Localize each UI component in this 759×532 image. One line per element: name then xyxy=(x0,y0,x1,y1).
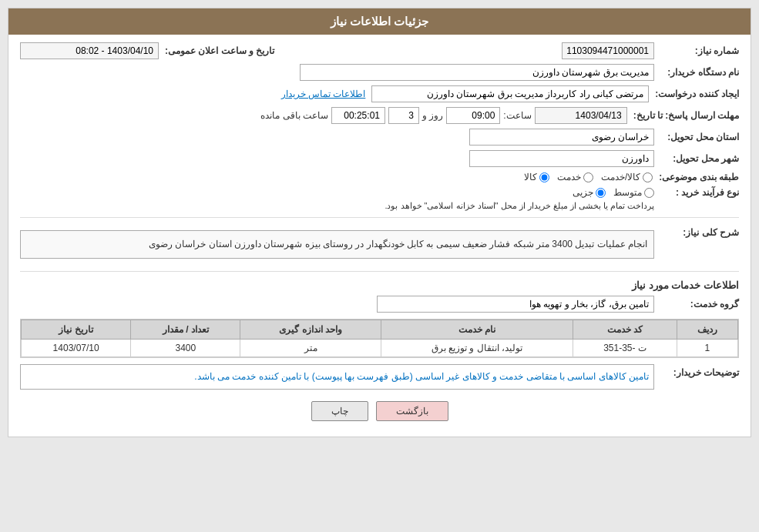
request-number-label: شماره نیاز: xyxy=(654,45,739,56)
response-remaining-label: ساعت باقی مانده xyxy=(257,110,331,121)
button-row: بازگشت چاپ xyxy=(20,401,739,421)
services-table-container: ردیف کد خدمت نام خدمت واحد اندازه گیری ت… xyxy=(20,319,739,358)
response-remaining-input xyxy=(331,107,385,124)
purchase-jozee-label: جزیی xyxy=(573,187,593,198)
creator-input xyxy=(371,85,649,102)
province-label: استان محل تحویل: xyxy=(654,132,739,142)
response-time-label: ساعت: xyxy=(500,110,534,121)
category-kala-option[interactable]: کالا xyxy=(524,172,549,182)
creator-label: ایجاد کننده درخواست: xyxy=(649,89,739,99)
category-label: طبقه بندی موضوعی: xyxy=(653,172,739,182)
general-description: انجام عملیات تبدیل 3400 متر شبکه فشار ضع… xyxy=(20,230,654,259)
category-kala-label: کالا xyxy=(524,172,537,182)
table-cell-name: تولید، انتقال و توزیع برق xyxy=(381,340,573,357)
category-kala-khedmat-option[interactable]: کالا/خدمت xyxy=(601,172,653,182)
table-cell-date: 1403/07/10 xyxy=(22,340,131,357)
col-name: نام خدمت xyxy=(381,320,573,340)
service-group-input xyxy=(377,296,654,313)
col-qty: تعداد / مقدار xyxy=(131,320,240,340)
col-date: تاریخ نیاز xyxy=(22,320,131,340)
col-code: کد خدمت xyxy=(573,320,677,340)
purchase-motavasset-option[interactable]: متوسط xyxy=(613,187,654,198)
table-cell-code: ت -35-351 xyxy=(573,340,677,357)
date-input xyxy=(20,42,159,59)
table-cell-unit: متر xyxy=(240,340,381,357)
date-label: تاریخ و ساعت اعلان عمومی: xyxy=(159,45,274,56)
buyer-notes-row: توضیحات خریدار: تامین کالاهای اساسی با م… xyxy=(20,364,739,390)
buyer-org-input xyxy=(300,64,654,81)
category-khedmat-option[interactable]: خدمت xyxy=(557,172,593,182)
city-label: شهر محل تحویل: xyxy=(654,153,739,164)
buyer-notes-box: تامین کالاهای اساسی با متقاضی خدمت و کال… xyxy=(20,364,654,390)
purchase-jozee-option[interactable]: جزیی xyxy=(573,187,606,198)
response-date-input xyxy=(535,107,627,124)
col-unit: واحد اندازه گیری xyxy=(240,320,381,340)
page-title: جزئیات اطلاعات نیاز xyxy=(331,15,428,28)
response-days-label: روز و xyxy=(419,110,446,121)
back-button[interactable]: بازگشت xyxy=(376,401,448,421)
print-button[interactable]: چاپ xyxy=(311,401,368,421)
services-table: ردیف کد خدمت نام خدمت واحد اندازه گیری ت… xyxy=(21,320,738,357)
col-row: ردیف xyxy=(677,320,737,340)
response-time-input xyxy=(446,107,500,124)
request-number-input xyxy=(562,42,654,59)
buyer-notes-text: تامین کالاهای اساسی با متقاضی خدمت و کال… xyxy=(194,371,649,382)
buyer-org-label: نام دستگاه خریدار: xyxy=(654,67,739,78)
purchase-motavasset-label: متوسط xyxy=(613,187,642,198)
table-row: 1ت -35-351تولید، انتقال و توزیع برقمتر34… xyxy=(22,340,738,357)
province-input xyxy=(469,129,654,146)
buyer-contact-link[interactable]: اطلاعات تماس خریدار xyxy=(281,89,366,99)
service-group-label: گروه خدمت: xyxy=(654,299,739,309)
buyer-notes-label: توضیحات خریدار: xyxy=(654,364,739,378)
general-description-label: شرح کلی نیاز: xyxy=(654,224,739,238)
response-deadline-label: مهلت ارسال پاسخ: تا تاریخ: xyxy=(627,110,739,121)
table-cell-quantity: 3400 xyxy=(131,340,240,357)
category-khedmat-label: خدمت xyxy=(557,172,581,182)
services-info-header: اطلاعات خدمات مورد نیاز xyxy=(20,279,739,291)
purchase-note: پرداخت تمام یا بخشی از مبلغ خریدار از مح… xyxy=(385,201,654,210)
table-cell-row: 1 xyxy=(677,340,737,357)
city-input xyxy=(469,150,654,167)
response-days-input xyxy=(388,107,419,124)
category-kala-khedmat-label: کالا/خدمت xyxy=(601,172,640,182)
page-header: جزئیات اطلاعات نیاز xyxy=(8,8,751,35)
purchase-type-label: نوع فرآیند خرید : xyxy=(654,187,739,198)
